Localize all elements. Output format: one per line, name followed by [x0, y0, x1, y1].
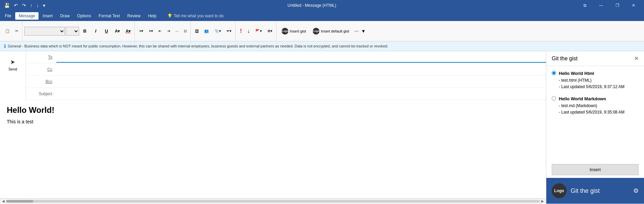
cut-button[interactable]: ✂	[13, 24, 21, 38]
down-arrow-button[interactable]: ↓	[35, 2, 40, 9]
expand-button[interactable]: ⊡	[182, 24, 189, 38]
scroll-track[interactable]	[6, 200, 540, 203]
paste-button[interactable]: 📋	[3, 24, 12, 38]
italic-button[interactable]: I	[91, 26, 101, 36]
font-color-button[interactable]: A▾	[123, 26, 133, 36]
decrease-indent-button[interactable]: ⇤	[156, 24, 164, 38]
font-family-select[interactable]	[24, 27, 65, 36]
maximize-button[interactable]: ❐	[610, 0, 625, 11]
gist-option-1-file: - test.html (HTML)	[559, 77, 624, 84]
to-input[interactable]	[56, 52, 546, 63]
ribbon-more-button[interactable]: ···	[353, 27, 360, 36]
insert-gist-label: Insert gist	[290, 29, 306, 33]
title-bar: 💾 ↶ ↷ ↑ ↓ ▾ Untitled - Message (HTML) ⧉ …	[0, 0, 644, 11]
insert-people-button[interactable]: 👥	[202, 24, 211, 38]
cc-input[interactable]	[56, 64, 546, 75]
quick-access-dropdown[interactable]: ▾	[42, 2, 47, 9]
close-button[interactable]: ✕	[626, 0, 641, 11]
menu-options[interactable]: Options	[74, 12, 94, 20]
side-panel-close-button[interactable]: ✕	[634, 55, 639, 62]
signature-icon: ✒▾	[226, 29, 232, 33]
side-panel: Git the gist ✕ Hello World Html - test.h…	[546, 51, 644, 204]
horizontal-scrollbar[interactable]: ◀ ▶	[0, 198, 546, 204]
send-section: ➤ Send	[0, 51, 26, 100]
increase-indent-button[interactable]: ⇥	[165, 24, 172, 38]
bcc-label: Bcc	[26, 79, 56, 84]
main-layout: ➤ Send To Cc	[0, 51, 644, 204]
bullets-button[interactable]: ≡▾	[137, 24, 146, 38]
gist-group: Logo Insert gist Logo Insert default gis…	[277, 21, 367, 41]
numbering-button[interactable]: ≡▾	[146, 24, 155, 38]
menu-review[interactable]: Review	[124, 12, 144, 20]
gist-option-1-title: Hello World Html	[559, 70, 624, 77]
bcc-label-text[interactable]: Bcc	[46, 79, 52, 84]
footer-settings-button[interactable]: ⚙	[633, 187, 639, 195]
bullets-icon: ≡▾	[139, 29, 143, 33]
gist-option-1-radio[interactable]	[552, 71, 556, 75]
decrease-indent-icon: ⇤	[159, 29, 162, 33]
send-icon: ➤	[10, 58, 15, 66]
bcc-input[interactable]	[56, 77, 546, 87]
insert-image-button[interactable]: 🖼	[193, 24, 201, 38]
scroll-left-arrow[interactable]: ◀	[1, 199, 6, 203]
save-button[interactable]: 💾	[3, 2, 11, 9]
low-importance-button[interactable]: ↓	[245, 24, 252, 38]
restore-button[interactable]: ⧉	[577, 0, 593, 11]
underline-button[interactable]: U	[101, 26, 112, 36]
to-label-text[interactable]: To	[48, 55, 52, 60]
gist-option-2[interactable]: Hello World Markdown - test.md (Markdown…	[552, 96, 639, 116]
up-arrow-button[interactable]: ↑	[29, 2, 34, 9]
window-controls: ⧉ — ❐ ✕	[577, 0, 641, 11]
signature-button[interactable]: ✒▾	[224, 24, 234, 38]
ribbon-expand-button[interactable]: ▾	[361, 26, 366, 36]
image-icon: 🖼	[195, 29, 199, 33]
scroll-right-arrow[interactable]: ▶	[540, 199, 545, 203]
email-body-text: This is a test	[7, 119, 539, 124]
tell-me-input[interactable]	[174, 14, 241, 18]
highlight-button[interactable]: A▾	[112, 26, 122, 36]
gist-option-2-updated: - Last updated 5/6/2019, 9:35:08 AM	[559, 109, 624, 116]
flag-button[interactable]: 🚩▾	[253, 24, 264, 38]
footer-title: Git the gist	[571, 187, 629, 195]
tell-me-section: 💡	[161, 14, 643, 18]
more-paragraph-button[interactable]: ···	[173, 24, 181, 38]
gist-option-1-details: Hello World Html - test.html (HTML) - La…	[559, 70, 624, 90]
gist-option-1[interactable]: Hello World Html - test.html (HTML) - La…	[552, 70, 639, 90]
send-button[interactable]: ➤ Send	[4, 55, 22, 74]
paste-icon: 📋	[5, 29, 10, 33]
attach-button[interactable]: 📎▾	[212, 24, 223, 38]
insert-button[interactable]: Insert	[552, 164, 639, 175]
minimize-button[interactable]: —	[593, 0, 609, 11]
more-paragraph-icon: ···	[175, 29, 178, 33]
gist-option-2-radio[interactable]	[552, 96, 556, 101]
send-recipients-wrapper: ➤ Send To Cc	[0, 51, 546, 100]
side-panel-title: Git the gist	[552, 56, 577, 62]
expand-icon: ⊡	[184, 29, 187, 33]
menu-insert[interactable]: Insert	[39, 12, 56, 20]
menu-file[interactable]: File	[1, 12, 15, 20]
list-group: ≡▾ ≡▾ ⇤ ⇥ ··· ⊡	[136, 21, 191, 41]
side-panel-content: Hello World Html - test.html (HTML) - La…	[546, 66, 644, 161]
menu-message[interactable]: Message	[15, 12, 39, 20]
bold-button[interactable]: B	[80, 26, 90, 36]
font-size-select[interactable]	[66, 27, 79, 36]
menu-help[interactable]: Help	[145, 12, 160, 20]
insert-gist-button[interactable]: Logo Insert gist	[279, 24, 309, 38]
email-body[interactable]: Hello World! This is a test	[0, 100, 546, 198]
attach-icon: 📎▾	[214, 29, 221, 33]
redo-button[interactable]: ↷	[21, 2, 27, 9]
cc-label-text[interactable]: Cc	[47, 67, 52, 72]
high-importance-button[interactable]: !	[238, 24, 244, 38]
menu-format-text[interactable]: Format Text	[95, 12, 123, 20]
font-color-icon: A▾	[126, 29, 131, 34]
email-body-heading: Hello World!	[7, 105, 539, 115]
gist-logo-small-1: Logo	[282, 28, 288, 35]
menu-draw[interactable]: Draw	[57, 12, 73, 20]
zoom-button[interactable]: ⊕▾	[265, 24, 275, 38]
scroll-thumb[interactable]	[6, 200, 33, 203]
subject-input[interactable]	[56, 89, 546, 99]
insert-group: 🖼 👥 📎▾ ✒▾	[191, 21, 236, 41]
undo-button[interactable]: ↶	[13, 2, 19, 9]
footer-logo: Logo	[552, 183, 567, 198]
insert-default-gist-button[interactable]: Logo Insert default gist	[310, 24, 352, 38]
